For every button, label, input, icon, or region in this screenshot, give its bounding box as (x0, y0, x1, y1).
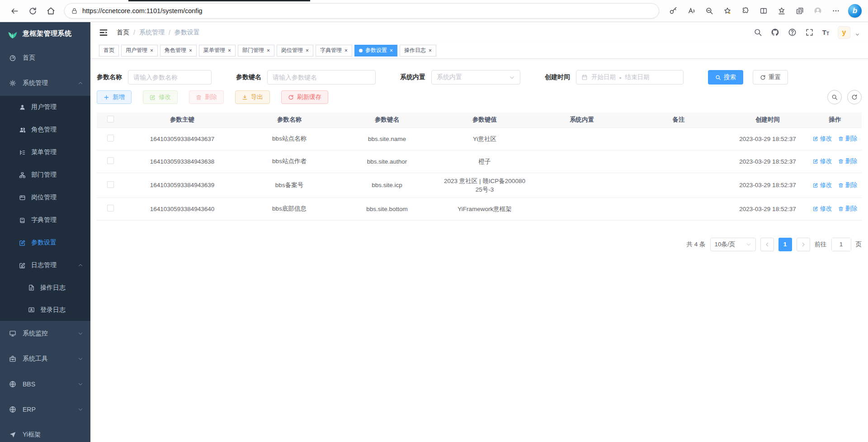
collections-icon[interactable] (792, 3, 807, 19)
tab-item[interactable]: 首页 (99, 45, 119, 56)
row-edit-button[interactable]: 修改 (813, 181, 832, 189)
sidebar-item[interactable]: 菜单管理 (0, 141, 90, 164)
goto-page-input[interactable] (832, 238, 851, 251)
tab-item[interactable]: 部门管理× (238, 45, 274, 56)
search-button[interactable]: 搜索 (708, 70, 743, 85)
font-size-icon[interactable]: TT (822, 28, 829, 36)
browser-address-bar[interactable]: https://ccnetcore.com:1101/system/config (64, 3, 659, 19)
tab-item[interactable]: 用户管理× (121, 45, 158, 56)
sidebar-item[interactable]: 用户管理 (0, 96, 90, 118)
close-tab-icon[interactable]: × (429, 48, 432, 53)
close-tab-icon[interactable]: × (150, 48, 153, 53)
cell-param-id: 1641030593384943639 (124, 173, 241, 197)
browser-home-button[interactable] (42, 3, 59, 19)
row-delete-button[interactable]: 删除 (838, 205, 858, 213)
row-edit-button[interactable]: 修改 (813, 157, 832, 165)
刷新缓存-button[interactable]: 刷新缓存 (281, 90, 328, 104)
tab-active[interactable]: 参数设置× (354, 45, 397, 56)
tab-item[interactable]: 操作日志× (400, 45, 436, 56)
user-avatar[interactable]: y (838, 26, 850, 39)
row-checkbox[interactable] (107, 135, 114, 141)
cell-builtin (533, 127, 630, 150)
导出-button[interactable]: 导出 (235, 90, 270, 104)
browser-refresh-button[interactable] (24, 3, 41, 19)
read-aloud-icon[interactable] (684, 3, 699, 19)
search-icon (715, 75, 721, 80)
row-checkbox[interactable] (107, 181, 114, 188)
row-checkbox[interactable] (107, 205, 114, 212)
header-search-icon[interactable] (754, 28, 762, 37)
cell-remark (630, 197, 727, 220)
browser-menu-icon[interactable] (828, 3, 844, 19)
select-all-checkbox[interactable] (107, 116, 114, 122)
row-edit-button[interactable]: 修改 (813, 205, 832, 213)
bing-icon[interactable]: b (848, 4, 862, 18)
cell-param-value: 橙子 (436, 150, 533, 173)
sidebar-item[interactable]: 字典管理 (0, 209, 90, 231)
sidebar-item[interactable]: 登录日志 (0, 299, 90, 321)
favorites-bar-icon[interactable] (774, 3, 789, 19)
sidebar-item[interactable]: 角色管理 (0, 118, 90, 141)
github-icon[interactable] (771, 28, 779, 37)
split-screen-icon[interactable] (756, 3, 771, 19)
next-page-button[interactable] (797, 238, 810, 251)
breadcrumb-item[interactable]: 首页 (117, 28, 129, 37)
sidebar-item[interactable]: 系统工具 (0, 346, 90, 371)
close-tab-icon[interactable]: × (267, 48, 270, 53)
row-delete-button[interactable]: 删除 (838, 157, 858, 165)
tab-label: 用户管理 (126, 47, 147, 54)
cell-param-name: bbs站点名称 (241, 127, 338, 150)
sidebar-item[interactable]: 日志管理 (0, 254, 90, 277)
cell-param-value: YiFramework意框架 (436, 197, 533, 220)
zoom-out-icon[interactable] (702, 3, 717, 19)
refresh-table-button[interactable] (847, 90, 862, 104)
prev-page-button[interactable] (760, 238, 774, 251)
extensions-icon[interactable] (738, 3, 753, 19)
row-edit-button[interactable]: 修改 (813, 135, 832, 143)
sidebar-item[interactable]: ERP (0, 397, 90, 422)
close-tab-icon[interactable]: × (390, 48, 393, 53)
row-checkbox[interactable] (107, 157, 114, 164)
reset-button[interactable]: 重置 (753, 70, 788, 85)
tab-item[interactable]: 菜单管理× (199, 45, 236, 56)
action-label: 修改 (820, 157, 832, 165)
app-logo[interactable]: 意框架管理系统 (0, 22, 90, 45)
password-key-icon[interactable] (665, 3, 681, 19)
action-label: 修改 (820, 205, 832, 213)
tab-item[interactable]: 角色管理× (160, 45, 197, 56)
toggle-search-button[interactable] (827, 90, 842, 104)
close-tab-icon[interactable]: × (344, 48, 348, 53)
row-delete-button[interactable]: 删除 (838, 135, 858, 143)
close-tab-icon[interactable]: × (306, 48, 309, 53)
sidebar-item[interactable]: Yi框架 (0, 422, 90, 442)
sidebar-menu: 首页系统管理用户管理角色管理菜单管理部门管理岗位管理字典管理参数设置日志管理操作… (0, 45, 90, 442)
help-icon[interactable] (788, 28, 797, 37)
close-tab-icon[interactable]: × (189, 48, 192, 53)
sidebar-item[interactable]: 首页 (0, 45, 90, 71)
tab-item[interactable]: 字典管理× (316, 45, 352, 56)
param-name-input[interactable] (133, 74, 206, 81)
browser-back-button[interactable] (6, 3, 23, 19)
sidebar-fold-icon[interactable] (99, 28, 108, 38)
builtin-select[interactable]: 系统内置 (431, 70, 520, 85)
avatar-caret-icon[interactable] (855, 32, 860, 37)
sidebar-item[interactable]: 参数设置 (0, 231, 90, 254)
sidebar-item[interactable]: 岗位管理 (0, 186, 90, 209)
close-tab-icon[interactable]: × (228, 48, 231, 53)
sidebar-item[interactable]: 系统监控 (0, 321, 90, 346)
fullscreen-icon[interactable] (805, 28, 814, 37)
param-key-input[interactable] (273, 74, 370, 81)
date-range-picker[interactable]: 开始日期 - 结束日期 (576, 70, 684, 85)
sidebar-item[interactable]: 系统管理 (0, 71, 90, 96)
page-size-select[interactable]: 10条/页 (710, 238, 756, 251)
sidebar-item[interactable]: 操作日志 (0, 277, 90, 299)
add-favorite-icon[interactable] (720, 3, 735, 19)
sidebar-item-label: 字典管理 (31, 216, 57, 224)
row-delete-button[interactable]: 删除 (838, 181, 858, 189)
sidebar-item[interactable]: BBS (0, 371, 90, 397)
page-number-button[interactable]: 1 (778, 238, 792, 251)
tab-item[interactable]: 岗位管理× (277, 45, 313, 56)
新增-button[interactable]: 新增 (97, 90, 132, 104)
browser-profile-avatar[interactable] (810, 3, 826, 19)
sidebar-item[interactable]: 部门管理 (0, 164, 90, 186)
